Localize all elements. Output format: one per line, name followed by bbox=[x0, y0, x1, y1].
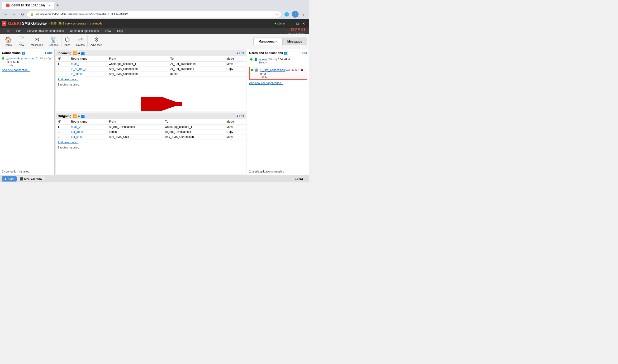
connection-name-whatsapp[interactable]: whatsApp_account_1 bbox=[11, 57, 38, 60]
toolbar: 🏠 Home 📄 New ✉ Messages 📡 Connect ⬡ Apps… bbox=[0, 34, 309, 49]
menu-service-provider[interactable]: Service provider connections bbox=[24, 29, 66, 33]
add-outgoing-route-link[interactable]: Add new route... bbox=[58, 141, 78, 144]
add-new-connection-link[interactable]: Add new connection... bbox=[2, 68, 52, 72]
outgoing-cell-num: 2. bbox=[56, 130, 69, 134]
outgoing-cell-to: AI_Bot_1@localhost bbox=[163, 130, 225, 134]
menu-file[interactable]: File bbox=[2, 29, 12, 33]
outgoing-routes-count: 3 routes installed. bbox=[56, 145, 246, 150]
add-user-button[interactable]: + Add bbox=[299, 51, 307, 55]
more-options-button[interactable]: ⋮ bbox=[299, 11, 307, 18]
outgoing-edit-button[interactable]: ■ Edit bbox=[237, 115, 244, 118]
toolbar-messages[interactable]: ✉ Messages bbox=[28, 35, 46, 47]
incoming-route-link[interactable]: in_admin bbox=[71, 72, 83, 76]
incoming-cell-name: in_AI_Bot_1 bbox=[69, 66, 107, 72]
admin-status-dot bbox=[250, 58, 253, 61]
tab-messages[interactable]: Messages bbox=[283, 38, 307, 45]
user-admin: 👤 admin (Admin) 0.00 MPM Ready bbox=[249, 57, 307, 65]
status-bar: ▶ Start ⬛ SMS Gateway 13:03 ⊞ bbox=[0, 175, 309, 182]
incoming-route-link[interactable]: route_1 bbox=[71, 62, 81, 65]
apps-icon: ⬡ bbox=[65, 36, 70, 43]
incoming-table: N° Route name From To Mode 1. route_1 wh… bbox=[56, 56, 246, 77]
messages-icon: ✉ bbox=[34, 36, 39, 43]
aibot-user-link[interactable]: AI_Bot_1@localhost bbox=[260, 68, 285, 72]
outgoing-cell-from: AI_Bot_1@localhost bbox=[107, 125, 163, 130]
address-bar[interactable]: 🔒 wa.ozeki.hu:9515/SMS+Gateway/?a=Home&n… bbox=[27, 11, 282, 18]
incoming-cell-mode bbox=[224, 72, 246, 77]
translate-button[interactable]: 🌐 bbox=[283, 11, 291, 18]
maximize-button[interactable]: □ bbox=[295, 21, 300, 26]
outgoing-cell-to: whatsApp_account_1 bbox=[163, 125, 225, 130]
tab-favicon bbox=[6, 4, 10, 7]
reload-button[interactable]: ↻ bbox=[19, 11, 26, 18]
ozeki-logo: OZEKI www.myozeki.com bbox=[288, 27, 307, 34]
address-text: wa.ozeki.hu:9515/SMS+Gateway/?a=Home&ncr… bbox=[36, 13, 274, 16]
user-profile-button[interactable]: T bbox=[292, 11, 298, 18]
toolbar-connect[interactable]: 📡 Connect bbox=[46, 35, 62, 47]
incoming-route-link[interactable]: in_AI_Bot_1 bbox=[71, 67, 87, 71]
menu-users-applications[interactable]: Users and applications bbox=[66, 29, 101, 33]
outgoing-table: N° Route name From To Mode 1. route_2 AI… bbox=[56, 119, 246, 140]
outgoing-panel: Outgoing 📶 ⬅ 👥 ■ Edit N° Route name From… bbox=[56, 113, 246, 174]
start-button[interactable]: ▶ Start bbox=[2, 176, 17, 182]
toolbar-routes-label: Routes bbox=[76, 43, 85, 46]
outgoing-icons: 📶 ⬅ 👥 bbox=[73, 114, 85, 118]
outgoing-table-row: 1. route_2 AI_Bot_1@localhost whatsApp_a… bbox=[56, 125, 246, 130]
incoming-header: Incoming 📶 ➡ 👥 ■ Edit bbox=[56, 50, 246, 56]
browser-tab[interactable]: OZEKI 10 (192.168.0.126) × bbox=[2, 2, 54, 9]
outgoing-col-from: From bbox=[107, 119, 163, 125]
close-tab-button[interactable]: × bbox=[49, 4, 51, 7]
toolbar-home[interactable]: 🏠 Home bbox=[2, 35, 15, 47]
toolbar-apps[interactable]: ⬡ Apps bbox=[62, 35, 73, 47]
incoming-col-num: N° bbox=[56, 56, 69, 62]
connections-header: Connections 👥 + Add bbox=[2, 51, 52, 55]
aibot-status-dot bbox=[251, 69, 253, 71]
outgoing-col-num: N° bbox=[56, 119, 69, 125]
sms-gateway-button[interactable]: ⬛ SMS Gateway bbox=[17, 176, 45, 182]
incoming-edit-button[interactable]: ■ Edit bbox=[237, 52, 244, 55]
new-tab-button[interactable]: + bbox=[54, 2, 61, 9]
users-icon: 👥 bbox=[284, 51, 288, 55]
admin-user-type: (Admin) bbox=[268, 58, 277, 61]
outgoing-route-link[interactable]: out_admin bbox=[71, 130, 84, 133]
routes-area: Incoming 📶 ➡ 👥 ■ Edit N° Route name From… bbox=[55, 49, 247, 175]
user-indicator: ● admin bbox=[274, 22, 284, 25]
bookmark-icon: ☆ bbox=[276, 13, 278, 16]
add-new-user-link[interactable]: Add new user/application... bbox=[249, 81, 307, 85]
close-button[interactable]: ✕ bbox=[300, 21, 307, 26]
menu-help[interactable]: Help bbox=[113, 29, 125, 33]
incoming-icons: 📶 ➡ 👥 bbox=[73, 51, 85, 55]
outgoing-header: Outgoing 📶 ⬅ 👥 ■ Edit bbox=[56, 113, 246, 119]
add-connection-button[interactable]: + Add bbox=[45, 51, 52, 55]
connection-type: ( bbox=[39, 57, 39, 60]
toolbar-routes[interactable]: ⇌ Routes bbox=[73, 35, 88, 47]
toolbar-new[interactable]: 📄 New bbox=[15, 35, 28, 47]
connections-icon: 👥 bbox=[22, 51, 26, 55]
connection-status-text: Ready bbox=[6, 64, 52, 66]
outgoing-cell-name: out_sms bbox=[69, 134, 107, 140]
add-incoming-route-link[interactable]: Add new route... bbox=[58, 78, 78, 81]
toolbar-advanced[interactable]: ⚙ Advanced bbox=[88, 35, 105, 47]
app-icon: ■ bbox=[2, 21, 6, 26]
incoming-col-mode: Mode bbox=[224, 56, 246, 62]
outgoing-route-link[interactable]: out_sms bbox=[71, 135, 82, 139]
back-button[interactable]: ← bbox=[2, 11, 10, 17]
title-logo: OZEKI bbox=[8, 21, 21, 26]
minimize-button[interactable]: — bbox=[288, 21, 295, 26]
incoming-cell-from: Any_SMS_Connection bbox=[107, 72, 169, 77]
new-icon: 📄 bbox=[18, 36, 25, 43]
ozeki-logo-text: OZEKI bbox=[288, 27, 305, 32]
outgoing-col-mode: Mode bbox=[224, 119, 246, 125]
outgoing-cell-to: Any_SMS_Connection bbox=[163, 134, 225, 140]
toolbar-home-label: Home bbox=[5, 43, 12, 46]
connection-whatsapp: 💬 whatsApp_account_1 ( WhatsApp ) 0.00 M… bbox=[2, 57, 52, 66]
incoming-table-row: 3. in_admin Any_SMS_Connection admin bbox=[56, 72, 246, 77]
admin-user-link[interactable]: admin bbox=[259, 58, 267, 61]
menu-view[interactable]: View bbox=[101, 29, 113, 33]
outgoing-route-link[interactable]: route_2 bbox=[71, 125, 81, 129]
user-aibot: 🤖 AI_Bot_1@localhost (AI Chat) 0.00 MPM … bbox=[249, 67, 307, 80]
forward-button[interactable]: → bbox=[11, 11, 18, 17]
tab-management[interactable]: Management bbox=[253, 38, 282, 45]
toolbar-connect-label: Connect bbox=[49, 43, 58, 46]
taskbar-icon: ⊞ bbox=[305, 177, 307, 181]
menu-edit[interactable]: Edit bbox=[13, 29, 23, 33]
